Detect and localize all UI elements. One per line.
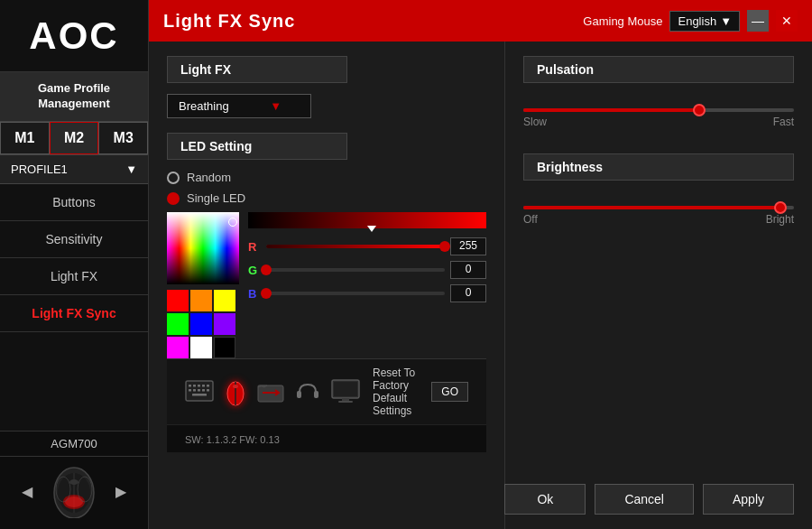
r-slider[interactable] xyxy=(266,245,445,248)
keyboard-icon-btn[interactable] xyxy=(185,380,214,404)
b-value[interactable]: 0 xyxy=(450,284,486,302)
r-thumb[interactable] xyxy=(439,241,450,252)
mouse-image xyxy=(38,464,110,518)
brightness-fill xyxy=(523,206,780,209)
r-row: R 255 xyxy=(248,237,486,255)
light-fx-section: Light FX Breathing ▼ xyxy=(167,56,486,118)
svg-rect-29 xyxy=(338,401,353,403)
cancel-button[interactable]: Cancel xyxy=(595,484,694,515)
svg-rect-16 xyxy=(198,389,200,392)
left-panel: Light FX Breathing ▼ LED Setting Random xyxy=(149,42,505,529)
svg-rect-19 xyxy=(192,394,207,396)
device-section: AGM700 ◀ ▶ xyxy=(0,431,148,529)
svg-rect-17 xyxy=(202,389,205,392)
svg-rect-25 xyxy=(314,391,318,398)
r-value[interactable]: 255 xyxy=(450,237,486,255)
main-panel: Light FX Sync Gaming Mouse English ▼ — ✕… xyxy=(149,0,812,529)
headset-icon-btn[interactable] xyxy=(295,379,320,404)
g-slider[interactable] xyxy=(266,268,445,272)
prev-device-button[interactable]: ◀ xyxy=(16,483,38,500)
b-thumb[interactable] xyxy=(261,288,272,299)
sidebar: AOC Game Profile Management M1 M2 M3 PRO… xyxy=(0,0,149,529)
r-fill xyxy=(266,245,445,248)
topbar-right: Gaming Mouse English ▼ — ✕ xyxy=(583,10,798,32)
mouse-display: ◀ ▶ xyxy=(0,457,148,529)
right-panel: Pulsation Slow Fast Brightness xyxy=(505,42,812,529)
pulsation-labels: Slow Fast xyxy=(523,116,794,128)
swatch-purple[interactable] xyxy=(214,313,235,335)
go-button[interactable]: GO xyxy=(431,382,468,402)
single-led-radio[interactable] xyxy=(167,192,180,205)
random-label: Random xyxy=(187,171,231,184)
language-select[interactable]: English ▼ xyxy=(669,11,740,32)
b-slider[interactable] xyxy=(266,292,445,295)
color-gradient-bar[interactable] xyxy=(248,212,486,228)
brightness-section: Brightness Off Bright xyxy=(523,153,794,226)
led-setting-section: LED Setting Random Single LED xyxy=(167,133,486,358)
swatch-red[interactable] xyxy=(167,290,189,311)
swatch-orange[interactable] xyxy=(190,290,212,311)
footer-bar: SW: 1.1.3.2 FW: 0.13 xyxy=(167,424,486,452)
pulsation-slider-track[interactable] xyxy=(523,108,794,112)
content-area: Light FX Breathing ▼ LED Setting Random xyxy=(149,42,812,529)
swatch-white[interactable] xyxy=(190,337,212,358)
brightness-header: Brightness xyxy=(523,153,794,181)
svg-point-3 xyxy=(69,479,78,485)
pulsation-slow: Slow xyxy=(523,116,547,128)
sidebar-item-light-fx-sync[interactable]: Light FX Sync xyxy=(0,295,148,332)
led-setting-header: LED Setting xyxy=(167,133,347,160)
svg-rect-11 xyxy=(198,385,200,387)
brightness-off: Off xyxy=(523,213,538,226)
profile-select[interactable]: PROFILE1 ▼ xyxy=(0,155,148,184)
effect-dropdown[interactable]: Breathing ▼ xyxy=(167,94,311,118)
brightness-thumb[interactable] xyxy=(774,201,787,214)
next-device-button[interactable]: ▶ xyxy=(110,483,132,500)
brightness-slider-container xyxy=(523,191,794,209)
sw-fw-info: SW: 1.1.3.2 FW: 0.13 xyxy=(185,434,280,445)
swatch-blue[interactable] xyxy=(190,313,212,335)
r-label: R xyxy=(248,240,261,254)
sidebar-item-sensitivity[interactable]: Sensitivity xyxy=(0,221,148,258)
svg-rect-24 xyxy=(297,391,301,398)
pulsation-fill xyxy=(523,108,699,112)
mouse-icon-btn[interactable] xyxy=(225,377,246,406)
brightness-labels: Off Bright xyxy=(523,213,794,226)
tab-m3[interactable]: M3 xyxy=(98,122,148,154)
svg-point-6 xyxy=(56,477,70,502)
rgb-section: R 255 G xyxy=(248,212,486,358)
brightness-slider-track[interactable] xyxy=(523,206,794,209)
pulsation-header: Pulsation xyxy=(523,56,794,83)
swatch-yellow[interactable] xyxy=(214,290,235,311)
monitor-icon-btn[interactable] xyxy=(331,379,360,404)
folder-icon-btn[interactable] xyxy=(257,380,284,404)
topbar: Light FX Sync Gaming Mouse English ▼ — ✕ xyxy=(149,0,812,42)
minimize-button[interactable]: — xyxy=(747,10,769,32)
color-palette[interactable] xyxy=(167,212,239,284)
sidebar-item-buttons[interactable]: Buttons xyxy=(0,184,148,221)
g-value[interactable]: 0 xyxy=(450,261,486,279)
page-title: Light FX Sync xyxy=(163,11,295,32)
apply-button[interactable]: Apply xyxy=(703,484,794,515)
svg-rect-12 xyxy=(202,385,205,387)
close-button[interactable]: ✕ xyxy=(776,10,798,32)
g-thumb[interactable] xyxy=(261,264,272,275)
ok-button[interactable]: Ok xyxy=(504,484,586,515)
device-name-label: AGM700 xyxy=(0,432,148,457)
pulsation-thumb[interactable] xyxy=(693,104,706,116)
color-swatches xyxy=(167,290,239,358)
chevron-down-icon: ▼ xyxy=(125,162,137,176)
swatch-black[interactable] xyxy=(214,337,235,358)
sidebar-item-light-fx[interactable]: Light FX xyxy=(0,258,148,295)
g-label: G xyxy=(248,264,261,277)
color-picker-area: R 255 G xyxy=(167,212,486,358)
g-row: G 0 xyxy=(248,261,486,279)
swatch-magenta[interactable] xyxy=(167,337,189,358)
swatch-green[interactable] xyxy=(167,313,189,335)
svg-rect-9 xyxy=(189,385,191,387)
tab-m1[interactable]: M1 xyxy=(0,122,50,154)
game-profile-button[interactable]: Game Profile Management xyxy=(0,72,148,122)
svg-rect-27 xyxy=(334,382,357,396)
crosshair-indicator xyxy=(228,218,237,227)
tab-m2[interactable]: M2 xyxy=(50,122,99,154)
random-radio[interactable] xyxy=(167,172,180,184)
